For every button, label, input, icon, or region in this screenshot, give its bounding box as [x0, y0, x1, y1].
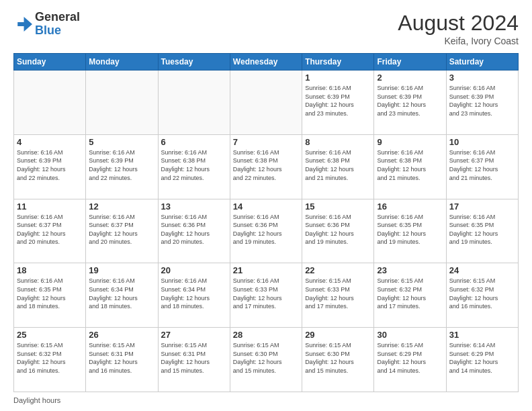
- header-friday: Friday: [374, 54, 446, 71]
- header-sunday: Sunday: [14, 54, 86, 71]
- day-number: 15: [305, 201, 371, 212]
- day-info: Sunrise: 6:16 AM Sunset: 6:35 PM Dayligh…: [17, 277, 83, 310]
- day-number: 10: [449, 137, 515, 147]
- day-info: Sunrise: 6:14 AM Sunset: 6:29 PM Dayligh…: [449, 341, 515, 375]
- day-info: Sunrise: 6:16 AM Sunset: 6:38 PM Dayligh…: [233, 148, 299, 182]
- page: General Blue August 2024 Keifa, Ivory Co…: [0, 0, 532, 411]
- header: General Blue August 2024 Keifa, Ivory Co…: [13, 11, 519, 46]
- logo: General Blue: [13, 11, 80, 38]
- cell-2-4: 15Sunrise: 6:16 AM Sunset: 6:36 PM Dayli…: [302, 199, 374, 263]
- cell-2-6: 17Sunrise: 6:16 AM Sunset: 6:35 PM Dayli…: [446, 199, 518, 263]
- day-number: 7: [233, 137, 299, 147]
- day-info: Sunrise: 6:16 AM Sunset: 6:39 PM Dayligh…: [89, 148, 154, 182]
- day-number: 22: [305, 265, 371, 275]
- cell-4-6: 31Sunrise: 6:14 AM Sunset: 6:29 PM Dayli…: [446, 328, 518, 392]
- day-number: 2: [377, 73, 443, 83]
- cell-4-1: 26Sunrise: 6:15 AM Sunset: 6:31 PM Dayli…: [86, 328, 158, 392]
- cell-4-2: 27Sunrise: 6:15 AM Sunset: 6:31 PM Dayli…: [158, 328, 230, 392]
- cell-1-3: 7Sunrise: 6:16 AM Sunset: 6:38 PM Daylig…: [230, 134, 302, 199]
- day-info: Sunrise: 6:16 AM Sunset: 6:37 PM Dayligh…: [449, 148, 515, 182]
- cell-4-5: 30Sunrise: 6:15 AM Sunset: 6:29 PM Dayli…: [374, 328, 446, 392]
- day-number: 28: [233, 330, 299, 340]
- day-info: Sunrise: 6:15 AM Sunset: 6:31 PM Dayligh…: [161, 341, 227, 375]
- header-wednesday: Wednesday: [230, 54, 302, 71]
- day-info: Sunrise: 6:16 AM Sunset: 6:38 PM Dayligh…: [161, 148, 227, 182]
- day-info: Sunrise: 6:15 AM Sunset: 6:30 PM Dayligh…: [305, 341, 371, 375]
- day-info: Sunrise: 6:16 AM Sunset: 6:37 PM Dayligh…: [89, 213, 154, 246]
- day-number: 19: [89, 265, 154, 275]
- cell-0-5: 2Sunrise: 6:16 AM Sunset: 6:39 PM Daylig…: [374, 71, 446, 135]
- cell-1-6: 10Sunrise: 6:16 AM Sunset: 6:37 PM Dayli…: [446, 134, 518, 199]
- day-number: 24: [449, 265, 515, 275]
- location: Keifa, Ivory Coast: [398, 36, 519, 46]
- cell-0-0: [14, 71, 86, 135]
- logo-text: General Blue: [35, 11, 80, 38]
- day-number: 4: [17, 137, 83, 147]
- cell-3-1: 19Sunrise: 6:16 AM Sunset: 6:34 PM Dayli…: [86, 263, 158, 328]
- svg-marker-0: [17, 17, 32, 32]
- day-info: Sunrise: 6:16 AM Sunset: 6:35 PM Dayligh…: [449, 213, 515, 246]
- cell-1-1: 5Sunrise: 6:16 AM Sunset: 6:39 PM Daylig…: [86, 134, 158, 199]
- cell-2-3: 14Sunrise: 6:16 AM Sunset: 6:36 PM Dayli…: [230, 199, 302, 263]
- calendar: Sunday Monday Tuesday Wednesday Thursday…: [13, 53, 519, 392]
- day-number: 18: [17, 265, 83, 275]
- cell-2-1: 12Sunrise: 6:16 AM Sunset: 6:37 PM Dayli…: [86, 199, 158, 263]
- weekday-header-row: Sunday Monday Tuesday Wednesday Thursday…: [14, 54, 519, 71]
- cell-1-2: 6Sunrise: 6:16 AM Sunset: 6:38 PM Daylig…: [158, 134, 230, 199]
- logo-general: General: [35, 10, 80, 24]
- day-info: Sunrise: 6:16 AM Sunset: 6:36 PM Dayligh…: [233, 213, 299, 246]
- cell-0-2: [158, 71, 230, 135]
- day-number: 17: [449, 201, 515, 212]
- day-info: Sunrise: 6:16 AM Sunset: 6:37 PM Dayligh…: [17, 213, 83, 246]
- day-number: 6: [161, 137, 227, 147]
- week-row-3: 11Sunrise: 6:16 AM Sunset: 6:37 PM Dayli…: [14, 199, 519, 263]
- cell-0-4: 1Sunrise: 6:16 AM Sunset: 6:39 PM Daylig…: [302, 71, 374, 135]
- cell-2-5: 16Sunrise: 6:16 AM Sunset: 6:35 PM Dayli…: [374, 199, 446, 263]
- cell-3-6: 24Sunrise: 6:15 AM Sunset: 6:32 PM Dayli…: [446, 263, 518, 328]
- day-number: 31: [449, 330, 515, 340]
- day-number: 16: [377, 201, 443, 212]
- cell-1-0: 4Sunrise: 6:16 AM Sunset: 6:39 PM Daylig…: [14, 134, 86, 199]
- day-info: Sunrise: 6:16 AM Sunset: 6:39 PM Dayligh…: [377, 84, 443, 118]
- day-info: Sunrise: 6:15 AM Sunset: 6:29 PM Dayligh…: [377, 341, 443, 375]
- day-number: 26: [89, 330, 154, 340]
- cell-4-3: 28Sunrise: 6:15 AM Sunset: 6:30 PM Dayli…: [230, 328, 302, 392]
- title-section: August 2024 Keifa, Ivory Coast: [398, 11, 519, 46]
- day-number: 27: [161, 330, 227, 340]
- day-info: Sunrise: 6:16 AM Sunset: 6:38 PM Dayligh…: [377, 148, 443, 182]
- cell-0-3: [230, 71, 302, 135]
- cell-3-2: 20Sunrise: 6:16 AM Sunset: 6:34 PM Dayli…: [158, 263, 230, 328]
- logo-icon: [13, 15, 32, 34]
- day-number: 23: [377, 265, 443, 275]
- day-number: 20: [161, 265, 227, 275]
- cell-3-5: 23Sunrise: 6:15 AM Sunset: 6:32 PM Dayli…: [374, 263, 446, 328]
- day-info: Sunrise: 6:15 AM Sunset: 6:33 PM Dayligh…: [305, 277, 371, 310]
- day-info: Sunrise: 6:16 AM Sunset: 6:39 PM Dayligh…: [449, 84, 515, 118]
- day-info: Sunrise: 6:15 AM Sunset: 6:32 PM Dayligh…: [449, 277, 515, 310]
- day-number: 29: [305, 330, 371, 340]
- day-info: Sunrise: 6:15 AM Sunset: 6:32 PM Dayligh…: [377, 277, 443, 310]
- cell-1-5: 9Sunrise: 6:16 AM Sunset: 6:38 PM Daylig…: [374, 134, 446, 199]
- cell-2-0: 11Sunrise: 6:16 AM Sunset: 6:37 PM Dayli…: [14, 199, 86, 263]
- day-number: 1: [305, 73, 371, 83]
- cell-0-1: [86, 71, 158, 135]
- week-row-5: 25Sunrise: 6:15 AM Sunset: 6:32 PM Dayli…: [14, 328, 519, 392]
- header-monday: Monday: [86, 54, 158, 71]
- day-number: 9: [377, 137, 443, 147]
- cell-3-3: 21Sunrise: 6:16 AM Sunset: 6:33 PM Dayli…: [230, 263, 302, 328]
- day-number: 3: [449, 73, 515, 83]
- cell-3-4: 22Sunrise: 6:15 AM Sunset: 6:33 PM Dayli…: [302, 263, 374, 328]
- header-saturday: Saturday: [446, 54, 518, 71]
- day-info: Sunrise: 6:16 AM Sunset: 6:35 PM Dayligh…: [377, 213, 443, 246]
- header-thursday: Thursday: [302, 54, 374, 71]
- day-number: 13: [161, 201, 227, 212]
- week-row-4: 18Sunrise: 6:16 AM Sunset: 6:35 PM Dayli…: [14, 263, 519, 328]
- day-info: Sunrise: 6:16 AM Sunset: 6:33 PM Dayligh…: [233, 277, 299, 310]
- day-number: 8: [305, 137, 371, 147]
- day-number: 30: [377, 330, 443, 340]
- day-info: Sunrise: 6:15 AM Sunset: 6:32 PM Dayligh…: [17, 341, 83, 375]
- cell-1-4: 8Sunrise: 6:16 AM Sunset: 6:38 PM Daylig…: [302, 134, 374, 199]
- day-info: Sunrise: 6:16 AM Sunset: 6:39 PM Dayligh…: [305, 84, 371, 118]
- day-info: Sunrise: 6:16 AM Sunset: 6:38 PM Dayligh…: [305, 148, 371, 182]
- day-info: Sunrise: 6:16 AM Sunset: 6:34 PM Dayligh…: [89, 277, 154, 310]
